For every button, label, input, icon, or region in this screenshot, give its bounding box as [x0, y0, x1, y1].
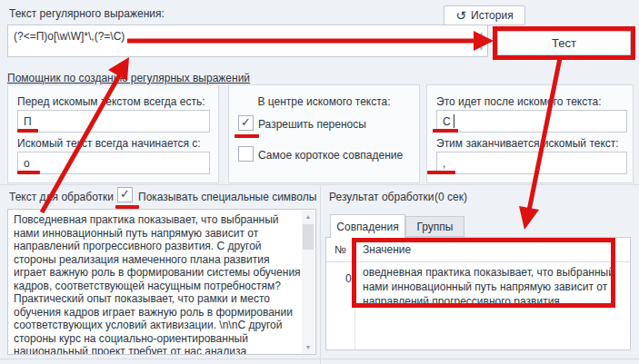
- starts-label: Искомый текст всегда начинается с:: [17, 137, 201, 150]
- ends-input[interactable]: ,: [436, 152, 627, 174]
- result-label: Результат обработки: [329, 191, 434, 203]
- row-num: 0: [345, 272, 352, 285]
- tab-matches-label: Совпадения: [336, 221, 398, 233]
- underline-show-special-checkbox: [115, 205, 139, 209]
- after-input[interactable]: С: [436, 110, 627, 133]
- history-button[interactable]: ↺ История: [444, 5, 525, 25]
- show-special-label[interactable]: Показывать специальные символы: [138, 191, 316, 203]
- ends-value: ,: [443, 157, 445, 170]
- regex-tester-window: Текст регулярного выражения: ↺ История (…: [0, 0, 639, 364]
- bottom-divider: [0, 359, 639, 359]
- regex-label: Текст регулярного выражения:: [9, 7, 165, 20]
- scrollbar-down-icon[interactable]: ▼: [302, 341, 315, 353]
- checkbox-check-icon: ✓: [120, 187, 130, 201]
- tab-groups-label: Группы: [417, 221, 454, 233]
- ends-label: Этим заканчивается искомый текст:: [436, 137, 619, 150]
- after-label: Это идет после искомого текста:: [436, 95, 602, 108]
- history-icon: ↺: [455, 9, 466, 22]
- process-text: Повседневная практика показывает, что вы…: [14, 213, 301, 355]
- before-input[interactable]: П: [17, 110, 210, 133]
- test-button-label: Тест: [552, 36, 576, 50]
- before-value: П: [24, 115, 32, 128]
- process-textarea[interactable]: Повседневная практика показывает, что вы…: [7, 209, 316, 355]
- shortest-checkbox[interactable]: [238, 146, 254, 162]
- wrap-checkbox-label[interactable]: Разрешить переносы: [258, 118, 366, 131]
- tab-matches[interactable]: Совпадения: [330, 214, 405, 238]
- groupbox-after: Это идет после искомого текста: С Этим з…: [426, 84, 634, 183]
- arrow-to-result-head: [519, 206, 539, 230]
- wrap-checkbox[interactable]: ✓: [238, 115, 254, 131]
- result-time: (0 сек): [434, 191, 467, 203]
- section-divider-vertical: [320, 184, 321, 364]
- test-button-highlight: Тест: [493, 26, 635, 60]
- center-label: В центре искомого текста:: [229, 95, 419, 108]
- tab-groups[interactable]: Группы: [405, 216, 464, 237]
- scrollbar-up-icon[interactable]: ▲: [302, 211, 315, 222]
- checkbox-check-icon: ✓: [241, 115, 251, 129]
- text-caret: [454, 114, 454, 128]
- column-num-header[interactable]: №: [334, 243, 346, 256]
- underline-ends-value: [427, 171, 455, 174]
- groupbox-before: Перед искомым текстом всегда есть: П Иск…: [7, 84, 219, 183]
- helper-link[interactable]: Помощник по созданию регулярных выражени…: [7, 72, 250, 84]
- starts-value: о: [24, 157, 30, 170]
- show-special-checkbox[interactable]: ✓: [117, 187, 133, 202]
- starts-input[interactable]: о: [17, 152, 210, 174]
- underline-wrap-checkbox: [235, 134, 259, 138]
- shortest-checkbox-label[interactable]: Самое короткое совпадение: [258, 149, 403, 162]
- scroll-up-icon[interactable]: ▲: [478, 30, 484, 36]
- regex-value: (?<=П)о[\w\W]*\,(?=\С): [14, 30, 125, 43]
- scroll-down-icon[interactable]: ▼: [478, 45, 484, 52]
- textarea-scrollbar[interactable]: ▲ ▼: [302, 211, 315, 353]
- before-label: Перед искомым текстом всегда есть:: [17, 95, 205, 108]
- underline-before-value: [17, 129, 38, 133]
- process-label: Текст для обработки: [9, 191, 114, 203]
- underline-starts-value: [17, 171, 40, 174]
- result-value-highlight: [352, 238, 615, 308]
- after-value: С: [443, 115, 451, 128]
- test-button[interactable]: Тест: [497, 31, 631, 55]
- underline-after-value: [433, 129, 458, 133]
- scrollbar-thumb[interactable]: [303, 224, 314, 250]
- history-button-label: История: [471, 9, 514, 22]
- regex-input[interactable]: (?<=П)о[\w\W]*\,(?=\С) ▲ ▼: [7, 25, 488, 57]
